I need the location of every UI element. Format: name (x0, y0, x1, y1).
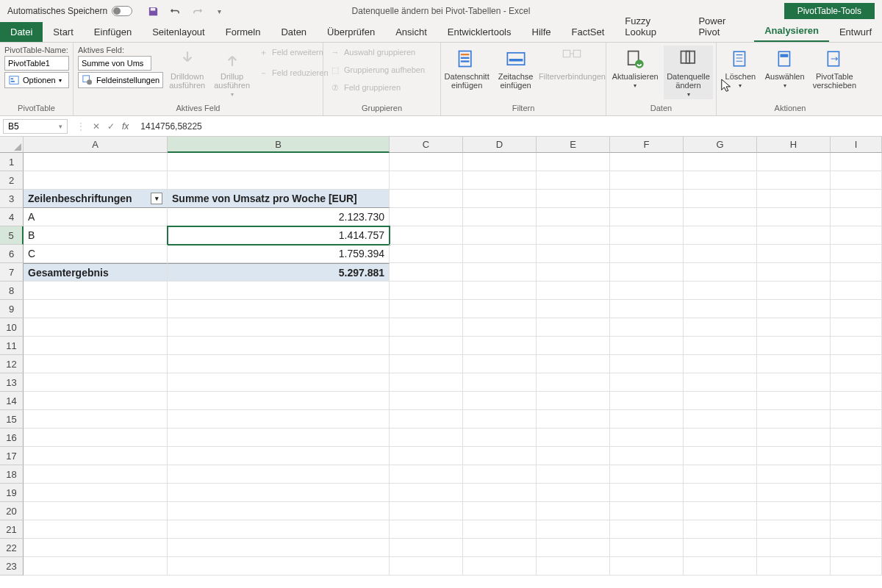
cell[interactable] (684, 539, 757, 557)
cell[interactable]: 1.414.757 (168, 226, 390, 245)
cell[interactable] (831, 282, 882, 300)
cell[interactable] (831, 447, 882, 465)
cell[interactable] (610, 355, 684, 373)
row-header[interactable]: 13 (0, 373, 24, 392)
cell[interactable]: Gesamtergebnis (24, 263, 168, 282)
cell[interactable] (757, 226, 831, 245)
cell[interactable] (757, 337, 831, 355)
cell[interactable] (463, 557, 537, 576)
timeline-button[interactable]: Zeitachse einfügen (495, 46, 537, 91)
cell[interactable] (463, 171, 537, 190)
cell[interactable] (610, 190, 684, 208)
cell[interactable] (168, 282, 390, 300)
column-header[interactable]: G (684, 137, 757, 153)
cell[interactable] (168, 300, 390, 318)
tab-analysieren[interactable]: Analysieren (754, 21, 829, 42)
cell[interactable] (537, 226, 610, 245)
cell[interactable] (24, 355, 168, 373)
cell[interactable] (831, 502, 882, 520)
cell[interactable] (684, 484, 757, 502)
cell[interactable] (610, 171, 684, 190)
cell[interactable] (684, 557, 757, 576)
column-header[interactable]: E (537, 137, 610, 153)
select-button[interactable]: Auswählen ▾ (763, 46, 807, 90)
cell[interactable] (390, 539, 463, 557)
cell[interactable] (831, 373, 882, 392)
cell[interactable] (537, 355, 610, 373)
cell[interactable] (168, 502, 390, 520)
cell[interactable] (390, 373, 463, 392)
cell[interactable] (831, 484, 882, 502)
tab-einfugen[interactable]: Einfügen (84, 22, 142, 42)
cell[interactable] (831, 153, 882, 171)
cell[interactable] (390, 484, 463, 502)
cell[interactable] (463, 300, 537, 318)
cell[interactable] (390, 410, 463, 429)
cell[interactable] (463, 447, 537, 465)
cell[interactable] (168, 410, 390, 429)
cell[interactable] (463, 153, 537, 171)
cell[interactable] (684, 226, 757, 245)
row-header[interactable]: 20 (0, 502, 24, 520)
cell[interactable] (168, 465, 390, 484)
cell[interactable] (831, 429, 882, 447)
cell[interactable] (463, 465, 537, 484)
tab-file[interactable]: Datei (0, 22, 43, 42)
cell[interactable] (537, 557, 610, 576)
cell[interactable] (24, 557, 168, 576)
tab-formeln[interactable]: Formeln (215, 22, 271, 42)
cell[interactable] (390, 282, 463, 300)
clear-button[interactable]: Löschen ▾ (721, 46, 760, 90)
cell[interactable] (831, 520, 882, 539)
cell[interactable] (610, 392, 684, 410)
tab-ansicht[interactable]: Ansicht (385, 22, 437, 42)
tab-fuzzy[interactable]: Fuzzy Lookup (614, 11, 688, 42)
cell[interactable]: A (24, 208, 168, 226)
cell[interactable] (757, 208, 831, 226)
cell[interactable] (684, 520, 757, 539)
select-all-corner[interactable] (0, 137, 24, 153)
pt-name-input[interactable] (4, 56, 69, 71)
cell[interactable]: B (24, 226, 168, 245)
cell[interactable] (463, 282, 537, 300)
cell[interactable] (463, 502, 537, 520)
cell[interactable] (390, 502, 463, 520)
cell[interactable] (610, 557, 684, 576)
cell[interactable] (463, 208, 537, 226)
move-pivot-button[interactable]: PivotTable verschieben (810, 46, 859, 91)
cell[interactable] (390, 318, 463, 337)
collapse-field-button[interactable]: － Feld reduzieren (256, 66, 329, 79)
autosave-toggle[interactable] (112, 6, 132, 16)
cell[interactable] (610, 465, 684, 484)
cell[interactable] (390, 447, 463, 465)
customize-qat-icon[interactable]: ▾ (213, 5, 225, 17)
tab-powerpivot[interactable]: Power Pivot (688, 11, 754, 42)
cell[interactable] (684, 282, 757, 300)
cell[interactable] (757, 447, 831, 465)
cell[interactable] (831, 392, 882, 410)
row-header[interactable]: 17 (0, 447, 24, 465)
cell[interactable] (463, 190, 537, 208)
cell[interactable] (610, 208, 684, 226)
formula-input[interactable]: 1414756,58225 (135, 120, 882, 133)
cell[interactable] (537, 465, 610, 484)
cell[interactable] (831, 539, 882, 557)
cell[interactable] (831, 208, 882, 226)
cell[interactable] (24, 373, 168, 392)
cell[interactable] (24, 410, 168, 429)
cell[interactable] (390, 171, 463, 190)
tab-entwicklertools[interactable]: Entwicklertools (437, 22, 522, 42)
undo-icon[interactable] (169, 5, 181, 17)
group-selection-button[interactable]: → Auswahl gruppieren (328, 46, 426, 59)
cell[interactable] (757, 300, 831, 318)
column-header[interactable]: C (390, 137, 463, 153)
cell[interactable] (610, 429, 684, 447)
cell[interactable] (168, 484, 390, 502)
row-header[interactable]: 21 (0, 520, 24, 539)
cell[interactable] (684, 392, 757, 410)
cell[interactable] (537, 282, 610, 300)
cell[interactable] (463, 392, 537, 410)
cell[interactable] (757, 502, 831, 520)
cell[interactable] (831, 557, 882, 576)
cell[interactable] (831, 245, 882, 263)
